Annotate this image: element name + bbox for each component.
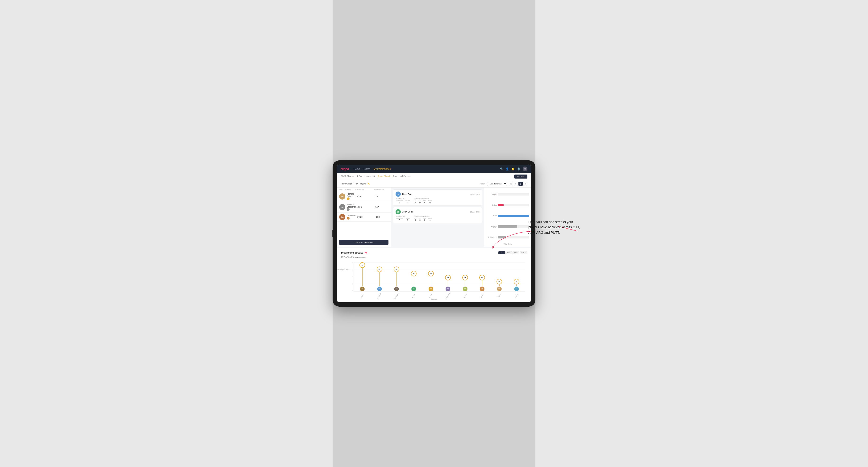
pb-avg: 110 bbox=[374, 195, 389, 198]
stat-label: Total Rounds bbox=[396, 198, 410, 199]
tab-team-clippd[interactable]: Team Clippd bbox=[378, 175, 390, 178]
bar-fill bbox=[498, 215, 529, 217]
sub-nav: PGAT Players PGA Hcaps 1-5 Team Clippd T… bbox=[337, 173, 531, 180]
player-count: 14 Players bbox=[356, 183, 366, 185]
streak-item: 3x CQ bbox=[509, 279, 524, 291]
settings-view-icon[interactable]: ↕ bbox=[523, 182, 527, 186]
card-stats: Total Rounds Tournament 7 Practice bbox=[396, 215, 479, 221]
player-info: EC Edward Crossman 2 bbox=[339, 203, 356, 211]
avatar[interactable]: U bbox=[523, 166, 527, 171]
stat-ott: OTT 0 bbox=[414, 217, 416, 221]
nav-home[interactable]: Home bbox=[353, 168, 360, 170]
tab-pga[interactable]: PGA bbox=[357, 175, 362, 178]
card-player-name: Rees Britt bbox=[402, 193, 469, 195]
player-dot: JC bbox=[411, 286, 416, 291]
bar-row: Pars 499 bbox=[486, 215, 529, 217]
stat-ott: OTT 0 bbox=[414, 200, 416, 204]
stat-tournament: Tournament 8 bbox=[396, 200, 403, 204]
pb-avg: 103 bbox=[376, 216, 390, 218]
bar-label: Bogeys bbox=[486, 226, 497, 227]
col-pb-avg: PB AVG SQ bbox=[374, 188, 389, 190]
streak-line bbox=[516, 284, 517, 286]
stat-val: 0 bbox=[424, 201, 425, 204]
rank-badge: 2 bbox=[347, 208, 356, 211]
streak-item: 3x RB bbox=[492, 279, 507, 291]
stat-tournament: Tournament 7 bbox=[396, 217, 403, 221]
tab-hcaps[interactable]: Hcaps 1-5 bbox=[365, 175, 375, 178]
bar-fill bbox=[498, 225, 517, 228]
stat-val: 0 bbox=[420, 219, 421, 221]
edit-icon[interactable]: ✏️ bbox=[367, 183, 370, 185]
add-team-button[interactable]: Add Team bbox=[514, 175, 527, 179]
stat-label: Total Practice Activities bbox=[414, 198, 432, 199]
player-dot: CQ bbox=[514, 286, 519, 291]
bar-row: Birdies 96 bbox=[486, 204, 529, 206]
bar-fill bbox=[498, 193, 498, 195]
card-header: JC Josh Coles 26 Aug 2023 bbox=[396, 209, 479, 214]
stat-val: 0 bbox=[415, 201, 416, 204]
stat-row: Tournament 7 Practice 2 bbox=[396, 217, 410, 221]
list-view-icon[interactable]: ≡ bbox=[514, 182, 518, 186]
streak-item: 6x DB bbox=[389, 267, 404, 291]
player-name: Richard Butler bbox=[347, 193, 355, 197]
bar-track: 96 bbox=[498, 204, 529, 206]
player-info: CA Cameron... 3 bbox=[339, 214, 357, 220]
player-info: RB Richard Butler 1 bbox=[339, 193, 355, 200]
period-select[interactable]: Last 3 months bbox=[487, 182, 507, 186]
card-date: 26 Aug 2023 bbox=[470, 211, 479, 213]
player-card: RB Rees Britt 02 Sep 2023 Total Rounds T… bbox=[393, 189, 482, 206]
stat-practice: Practice 2 bbox=[405, 217, 410, 221]
streak-line bbox=[448, 280, 448, 286]
stat-putt: PUTT 1 bbox=[428, 217, 432, 221]
tab-all-players[interactable]: All Players bbox=[401, 175, 411, 178]
sub-nav-links: PGAT Players PGA Hcaps 1-5 Team Clippd T… bbox=[341, 175, 514, 178]
stat-val: 0 bbox=[415, 219, 416, 221]
card-header: RB Rees Britt 02 Sep 2023 bbox=[396, 191, 479, 197]
settings-icon[interactable]: ⚙️ bbox=[517, 167, 520, 170]
player-dot: MM bbox=[480, 286, 485, 291]
stat-group-rounds: Total Rounds Tournament 8 Practice bbox=[396, 198, 410, 204]
bar-label: Pars bbox=[486, 215, 497, 217]
streak-line bbox=[431, 276, 431, 286]
bell-icon[interactable]: 🔔 bbox=[512, 167, 515, 170]
stat-app: APP 0 bbox=[418, 217, 421, 221]
stat-val: 2 bbox=[407, 219, 408, 221]
streaks-subtitle: Off The Tee, Fairway Accuracy bbox=[341, 256, 527, 258]
pb-score: 19/20 bbox=[355, 195, 374, 198]
card-player-name: Josh Coles bbox=[402, 211, 469, 213]
player-dot: RB bbox=[429, 286, 433, 291]
avatar: RB bbox=[339, 193, 345, 199]
stat-val: 0 bbox=[430, 201, 431, 204]
stat-arg: ARG 0 bbox=[423, 217, 426, 221]
x-axis-label: Players bbox=[431, 299, 437, 300]
view-icons: ⊞ ≡ ◫ ↕ bbox=[509, 182, 527, 186]
streak-item: 4x DF bbox=[457, 275, 473, 291]
streak-item: 6x BM bbox=[372, 267, 387, 291]
stat-arg: ARG 0 bbox=[423, 200, 426, 204]
player-dot: RB bbox=[497, 286, 502, 291]
stat-group-activities: Total Practice Activities OTT 0 APP bbox=[414, 198, 432, 204]
search-icon[interactable]: 🔍 bbox=[500, 167, 503, 170]
card-stats: Total Rounds Tournament 8 Practice bbox=[396, 198, 479, 204]
leaderboard-panel: PLAYER NAME PB SCORE PB AVG SQ RB Richar… bbox=[337, 187, 391, 247]
rank-badge: 3 bbox=[347, 217, 357, 220]
tab-tour[interactable]: Tour bbox=[393, 175, 397, 178]
rank-icon-silver: 2 bbox=[347, 208, 349, 211]
streak-item: 4x MM bbox=[474, 275, 490, 291]
pb-score: 17/20 bbox=[357, 216, 376, 218]
user-icon[interactable]: 👤 bbox=[506, 167, 509, 170]
streak-bubble: 3x bbox=[497, 279, 502, 284]
bar-track: 3 bbox=[498, 193, 529, 195]
chart-view-icon[interactable]: ◫ bbox=[519, 182, 523, 186]
streak-bubble: 7x bbox=[360, 262, 365, 268]
tab-pgat[interactable]: PGAT Players bbox=[341, 175, 354, 178]
nav-performance[interactable]: My Performance bbox=[373, 168, 391, 170]
streak-bubble: 4x bbox=[462, 275, 468, 280]
bar-fill bbox=[498, 204, 503, 206]
pb-score: 18/20 bbox=[356, 206, 375, 208]
nav-teams[interactable]: Teams bbox=[363, 168, 370, 170]
view-full-leaderboard-button[interactable]: View Full Leaderboard bbox=[339, 240, 389, 245]
grid-view-icon[interactable]: ⊞ bbox=[509, 182, 513, 186]
y-axis-label: Best Streak, Fairway Accuracy bbox=[337, 269, 349, 270]
stat-app: APP 0 bbox=[418, 200, 421, 204]
